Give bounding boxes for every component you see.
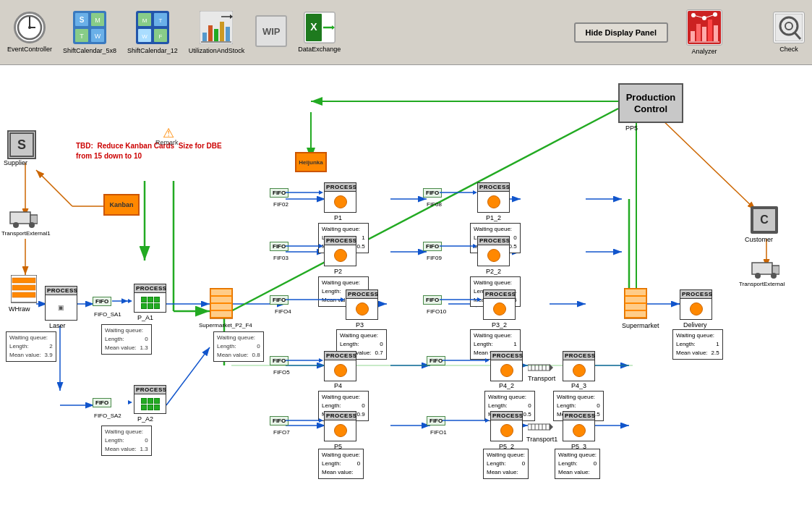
p1-2-label: P1_2 bbox=[486, 214, 501, 221]
whraw-label: WHraw bbox=[9, 305, 30, 313]
fifo1-node-label: FIFO1 bbox=[430, 429, 447, 436]
svg-line-70 bbox=[36, 170, 72, 206]
p2-2-header: PROCESS bbox=[478, 237, 509, 245]
shift-cal-12-label: ShiftCalendar_12 bbox=[127, 47, 178, 54]
svg-marker-123 bbox=[319, 190, 323, 195]
check-item[interactable]: Check bbox=[773, 12, 805, 53]
p5-3-header: PROCESS bbox=[563, 412, 594, 420]
p5-2-stats: Waiting queue: Length: 0 Mean value: bbox=[483, 449, 529, 479]
svg-text:W: W bbox=[95, 33, 101, 40]
fifo09-arrow bbox=[440, 240, 477, 253]
p-a2-label: P_A2 bbox=[137, 415, 153, 423]
svg-marker-133 bbox=[477, 297, 482, 302]
p5-2-process-box: PROCESS bbox=[490, 411, 523, 441]
pp5-label: PP5 bbox=[625, 124, 638, 132]
transport-label: Transport bbox=[528, 375, 555, 382]
fifo5-arrow bbox=[286, 355, 323, 368]
svg-marker-151 bbox=[319, 418, 323, 423]
p4-2-label: P4_2 bbox=[499, 382, 514, 389]
fifo4-arrow bbox=[286, 294, 345, 307]
fifo1-arrow bbox=[443, 415, 490, 428]
fifo-sa1-node-label: FIFO_SA1 bbox=[94, 311, 121, 318]
p4-3-label: P4_3 bbox=[571, 382, 586, 389]
p4-header: PROCESS bbox=[325, 352, 356, 360]
shift-cal-5x8-item[interactable]: S M T W ShiftCalendar_5x8 bbox=[63, 10, 116, 54]
svg-rect-37 bbox=[691, 31, 695, 41]
svg-text:T: T bbox=[80, 33, 84, 40]
p1-2-header: PROCESS bbox=[478, 183, 509, 192]
event-controller-item[interactable]: EventController bbox=[7, 12, 52, 53]
p1-label: P1 bbox=[334, 214, 342, 221]
svg-rect-24 bbox=[208, 25, 213, 41]
svg-rect-136 bbox=[625, 297, 646, 302]
heijunka-box: Heijunka bbox=[295, 152, 327, 172]
p1-process-box: PROCESS bbox=[324, 182, 356, 213]
delivery-label: Delivery bbox=[683, 321, 707, 329]
svg-rect-25 bbox=[214, 29, 218, 41]
svg-rect-138 bbox=[625, 311, 646, 317]
p2-header: PROCESS bbox=[325, 237, 356, 245]
hide-panel-button[interactable]: Hide Display Panel bbox=[574, 22, 668, 43]
p5-3-stats: Waiting queue: Length: 0 Mean value: bbox=[555, 449, 600, 479]
svg-rect-26 bbox=[220, 22, 224, 41]
svg-point-3 bbox=[28, 26, 31, 29]
shift-cal-12-item[interactable]: M T W F ShiftCalendar_12 bbox=[127, 10, 178, 54]
p3-circle bbox=[356, 302, 369, 316]
svg-rect-135 bbox=[625, 289, 646, 295]
transport1-push-icon bbox=[528, 420, 553, 436]
util-stock-item[interactable]: UtilizationAndStock bbox=[189, 10, 245, 54]
p2-label: P2 bbox=[334, 268, 342, 275]
svg-rect-113 bbox=[12, 292, 35, 297]
fifo10-node-label: FIFO10 bbox=[427, 308, 446, 315]
p5-3-process-box: PROCESS bbox=[563, 411, 595, 441]
svg-text:F: F bbox=[158, 33, 162, 40]
p2-body bbox=[325, 245, 356, 266]
svg-rect-23 bbox=[202, 33, 207, 41]
supplier-box: S bbox=[7, 130, 36, 159]
p1-circle bbox=[334, 195, 347, 208]
svg-rect-39 bbox=[702, 27, 706, 41]
excel-icon: X bbox=[304, 12, 336, 43]
transport-external1-label: TransportExternal1 bbox=[1, 230, 51, 237]
p1-body bbox=[325, 192, 356, 212]
data-exchange-item[interactable]: X DataExchange bbox=[298, 12, 341, 53]
svg-marker-153 bbox=[485, 418, 490, 423]
supermarket-right-box bbox=[624, 288, 647, 322]
p2-2-body bbox=[478, 245, 509, 266]
delivery-body bbox=[680, 299, 711, 319]
customer-box: C bbox=[751, 206, 778, 234]
p5-2-circle bbox=[500, 424, 513, 437]
svg-line-98 bbox=[166, 347, 210, 405]
p2-circle bbox=[334, 249, 347, 262]
analyzer-item[interactable]: Analyzer bbox=[686, 9, 722, 55]
svg-marker-160 bbox=[550, 423, 553, 431]
wip-item[interactable]: WIP bbox=[255, 15, 287, 49]
p3-process-box: PROCESS bbox=[346, 289, 378, 320]
p4-circle bbox=[334, 364, 347, 377]
toolbar: EventController S M T W ShiftCalendar_5x… bbox=[0, 0, 812, 65]
svg-point-108 bbox=[13, 222, 19, 228]
wip-text: WIP bbox=[262, 26, 281, 37]
p3-2-circle bbox=[493, 302, 506, 316]
p3-header: PROCESS bbox=[346, 290, 377, 299]
p-a1-header: PROCESS bbox=[134, 284, 166, 293]
fifo10-arrow bbox=[440, 294, 482, 307]
p5-3-body bbox=[563, 420, 594, 441]
svg-marker-131 bbox=[341, 297, 345, 302]
p2-2-label: P2_2 bbox=[486, 268, 501, 275]
p-a1-body bbox=[134, 293, 166, 312]
supplier-label: Supplier bbox=[4, 159, 27, 166]
p4-2-process-box: PROCESS bbox=[490, 351, 523, 381]
p3-2-process-box: PROCESS bbox=[483, 289, 516, 320]
p-a2-header: PROCESS bbox=[134, 386, 166, 394]
fifo-sa2-arrow bbox=[112, 397, 132, 410]
p-a2-process-box: PROCESS bbox=[134, 385, 166, 414]
svg-text:T: T bbox=[158, 17, 162, 24]
p1-2-circle bbox=[487, 195, 500, 208]
remark-label: Remark bbox=[155, 139, 179, 146]
fifo7-node-label: FIFO7 bbox=[273, 429, 290, 436]
hide-panel-item[interactable]: Hide Display Panel bbox=[574, 22, 668, 43]
p3-2-header: PROCESS bbox=[484, 290, 515, 299]
p-a2-stats: Waiting queue: Length: 0 Mean value: 1.3 bbox=[101, 426, 152, 456]
p5-circle bbox=[334, 424, 347, 437]
